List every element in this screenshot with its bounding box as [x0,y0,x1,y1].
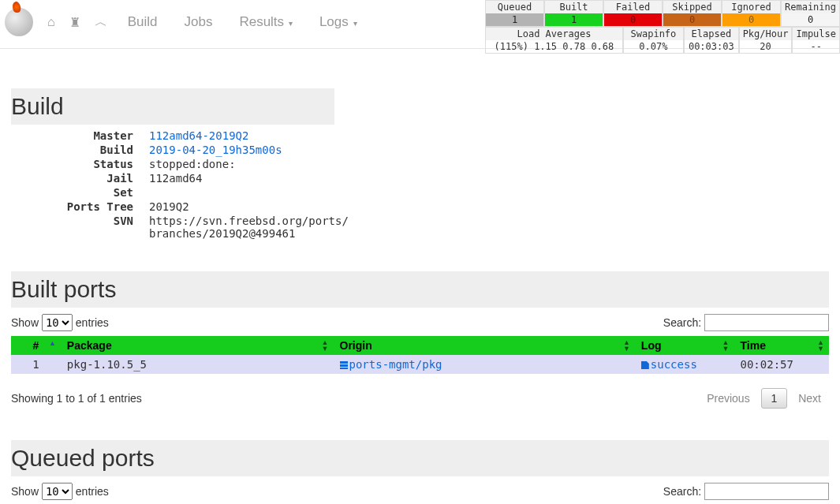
elapsed-value: 00:03:03 [685,40,738,53]
kv-jail-value: 112amd64 [149,172,202,185]
sort-icon: ▲▼ [322,339,329,352]
entries-label: entries [76,485,109,498]
sort-icon: ▲▼ [623,339,630,352]
kv-set-label: Set [11,186,149,199]
nav-build[interactable]: Build [121,11,164,33]
cell-idx: 1 [11,355,61,374]
nav-logs[interactable]: Logs ▾ [313,11,364,33]
section-builtports-title: Built ports [11,271,829,308]
stat-skipped-value: 0 [663,13,721,26]
kv-svn-value: https://svn.freebsd.org/ports/branches/2… [149,215,354,240]
cell-time: 00:02:57 [734,355,829,374]
kv-master-label: Master [11,129,149,142]
length-select[interactable]: 10 [42,483,73,500]
pager-next[interactable]: Next [790,389,829,408]
load-label: Load Averages [486,28,622,40]
logo [5,8,33,36]
cell-log: success [635,355,734,374]
stat-queued-label: Queued [486,1,543,13]
list-icon [340,361,348,369]
kv-svn-label: SVN [11,215,149,240]
origin-link[interactable]: ports-mgmt/pkg [349,358,442,371]
chevron-up-icon[interactable]: ︿ [95,14,107,31]
kv-status-label: Status [11,158,149,170]
stats-panel: Queued1 Built1 Failed0 Skipped0 Ignored0… [485,0,840,54]
stat-ignored-label: Ignored [722,1,780,13]
kv-build-value[interactable]: 2019-04-20_19h35m00s [149,144,282,156]
entries-label: entries [76,316,109,329]
show-label: Show [11,485,39,498]
stat-skipped-label: Skipped [663,1,721,13]
elapsed-label: Elapsed [685,28,738,40]
sort-icon: ▲▼ [722,339,730,352]
stat-built-value: 1 [545,13,603,26]
kv-ptree-label: Ports Tree [11,200,149,213]
impulse-label: Impulse [793,28,839,40]
stat-failed-value: 0 [604,13,662,26]
pkghr-label: Pkg/Hour [740,28,792,40]
nav-results[interactable]: Results ▾ [233,11,298,33]
length-select[interactable]: 10 [42,314,73,331]
search-input[interactable] [704,314,829,331]
file-icon [641,361,649,369]
stat-built-label: Built [545,1,603,13]
section-build-title: Build [11,88,334,125]
cell-origin: ports-mgmt/pkg [334,355,635,374]
col-package[interactable]: Package▲▼ [61,336,334,355]
kv-ptree-value: 2019Q2 [149,200,189,213]
table-info: Showing 1 to 1 of 1 entries [11,392,142,405]
impulse-value: -- [793,40,839,53]
nav-jobs[interactable]: Jobs [177,11,218,33]
pager-prev[interactable]: Previous [699,389,757,408]
show-label: Show [11,316,39,329]
kv-build-label: Build [11,144,149,156]
kv-master-value[interactable]: 112amd64-2019Q2 [149,129,248,142]
search-label: Search: [663,316,701,329]
stat-failed-label: Failed [604,1,662,13]
kv-jail-label: Jail [11,172,149,185]
pkghr-value: 20 [740,40,792,53]
stat-ignored-value: 0 [722,13,780,26]
home-icon[interactable]: ⌂ [47,15,55,29]
col-origin[interactable]: Origin▲▼ [334,336,635,355]
table-row: 1 pkg-1.10.5_5 ports-mgmt/pkg success 00… [11,355,829,374]
col-idx[interactable]: # [11,336,61,355]
cell-package: pkg-1.10.5_5 [61,355,334,374]
col-time[interactable]: Time▲▼ [734,336,829,355]
load-value: (115%) 1.15 0.78 0.68 [486,40,622,53]
caret-down-icon: ▾ [286,19,293,28]
stat-remaining-value: 0 [782,13,839,26]
stat-queued-value: 1 [486,13,543,26]
search-label: Search: [663,485,701,498]
tower-icon[interactable]: ♜ [69,15,80,30]
kv-status-value: stopped:done: [149,158,236,170]
sort-icon: ▲▼ [817,339,824,352]
col-log[interactable]: Log▲▼ [635,336,734,355]
built-ports-table: # Package▲▼ Origin▲▼ Log▲▼ Time▲▼ 1 pkg-… [11,336,829,374]
swap-label: Swapinfo [624,28,683,40]
swap-value: 0.07% [624,40,683,53]
pager-page[interactable]: 1 [761,388,788,409]
caret-down-icon: ▾ [351,19,357,28]
search-input[interactable] [704,483,829,500]
log-link[interactable]: success [651,358,697,371]
section-queuedports-title: Queued ports [11,440,829,476]
stat-remaining-label: Remaining [782,1,839,13]
